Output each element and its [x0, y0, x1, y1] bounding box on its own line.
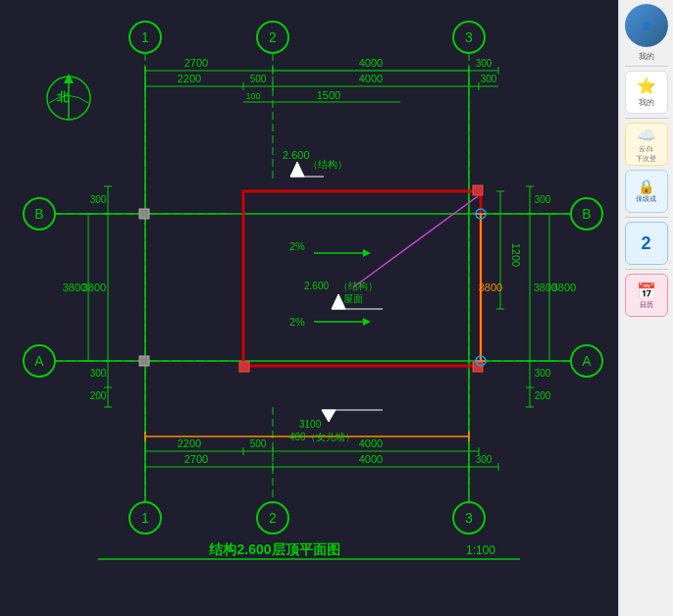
svg-text:（结构）: （结构）	[308, 159, 347, 170]
svg-text:1200: 1200	[510, 243, 522, 267]
calendar-label: 日历	[640, 300, 653, 310]
svg-text:2700: 2700	[184, 453, 208, 465]
svg-text:300: 300	[481, 74, 497, 84]
favorites-button[interactable]: ⭐ 我的	[625, 71, 668, 114]
svg-text:北: 北	[56, 90, 70, 104]
svg-text:2200: 2200	[178, 73, 201, 84]
svg-text:300: 300	[476, 58, 492, 69]
svg-rect-0	[0, 0, 618, 616]
notification-badge[interactable]: 2	[625, 222, 668, 265]
svg-text:2: 2	[269, 29, 277, 45]
upgrade-label: 保级成	[636, 194, 656, 204]
svg-text:100: 100	[245, 91, 260, 101]
svg-text:200: 200	[90, 390, 107, 401]
svg-text:（结构）: （结构）	[338, 281, 378, 291]
svg-text:3800: 3800	[552, 282, 576, 293]
svg-text:300: 300	[535, 368, 551, 379]
svg-text:4000: 4000	[359, 453, 383, 465]
svg-text:B: B	[34, 206, 43, 222]
svg-text:B: B	[582, 206, 591, 222]
right-panel: 👤 我的 ⭐ 我的 ☁️ 云 白 下次登 🔒 保级成 2 📅 日历	[618, 0, 673, 616]
svg-text:3800: 3800	[63, 282, 86, 293]
panel-divider-4	[625, 269, 668, 270]
svg-text:3: 3	[465, 29, 473, 45]
user-avatar[interactable]: 👤	[625, 4, 668, 47]
panel-divider-2	[625, 118, 668, 119]
svg-text:4000: 4000	[359, 57, 383, 69]
panel-divider-1	[625, 66, 668, 67]
svg-text:A: A	[34, 353, 44, 369]
svg-text:300: 300	[476, 454, 492, 465]
svg-text:4000: 4000	[359, 437, 383, 449]
user-label: 我的	[639, 51, 654, 62]
cloud-icon: ☁️	[637, 126, 656, 144]
svg-rect-39	[473, 185, 483, 195]
calendar-icon: 📅	[637, 282, 656, 300]
svg-text:400（女儿墙）: 400（女儿墙）	[289, 432, 355, 442]
upgrade-icon: 🔒	[638, 179, 654, 194]
svg-text:200: 200	[535, 390, 551, 401]
svg-text:3100: 3100	[299, 419, 322, 430]
svg-text:2200: 2200	[178, 437, 201, 449]
svg-rect-42	[139, 209, 149, 219]
svg-text:4000: 4000	[359, 73, 383, 84]
svg-text:300: 300	[535, 194, 551, 205]
svg-rect-40	[473, 362, 483, 372]
svg-text:3: 3	[465, 510, 473, 526]
svg-text:结构2.600层顶平面图: 结构2.600层顶平面图	[208, 541, 339, 557]
cloud-sublabel: 下次登	[636, 154, 656, 164]
cloud-sync-button[interactable]: ☁️ 云 白 下次登	[625, 123, 668, 166]
cloud-label: 云 白	[639, 144, 654, 154]
star-icon: ⭐	[637, 77, 656, 95]
user-icon: 👤	[642, 22, 651, 30]
svg-text:3800: 3800	[479, 282, 502, 293]
star-label: 我的	[639, 97, 654, 108]
svg-text:1500: 1500	[317, 89, 340, 101]
notification-count: 2	[641, 233, 650, 254]
drawing-canvas: 1 2 3 1 2 3 B A B A	[0, 0, 618, 616]
svg-text:2%: 2%	[289, 240, 305, 252]
svg-rect-41	[239, 362, 249, 372]
svg-text:屋面: 屋面	[343, 293, 363, 304]
svg-text:1: 1	[141, 29, 149, 45]
svg-text:1: 1	[141, 510, 149, 526]
svg-text:2.600: 2.600	[283, 149, 310, 161]
svg-text:300: 300	[90, 194, 107, 205]
cad-drawing: 1 2 3 1 2 3 B A B A	[0, 0, 618, 616]
svg-text:500: 500	[250, 74, 267, 84]
svg-text:A: A	[582, 353, 592, 369]
svg-text:300: 300	[90, 368, 107, 379]
svg-text:1:100: 1:100	[466, 543, 495, 557]
svg-text:500: 500	[250, 438, 267, 449]
calendar-button[interactable]: 📅 日历	[625, 274, 668, 317]
svg-text:2700: 2700	[184, 57, 208, 69]
svg-text:2.600: 2.600	[304, 281, 329, 291]
svg-rect-43	[139, 356, 149, 366]
panel-divider-3	[625, 217, 668, 218]
svg-text:2: 2	[269, 510, 277, 526]
svg-text:2%: 2%	[289, 316, 305, 328]
upgrade-button[interactable]: 🔒 保级成	[625, 170, 668, 213]
